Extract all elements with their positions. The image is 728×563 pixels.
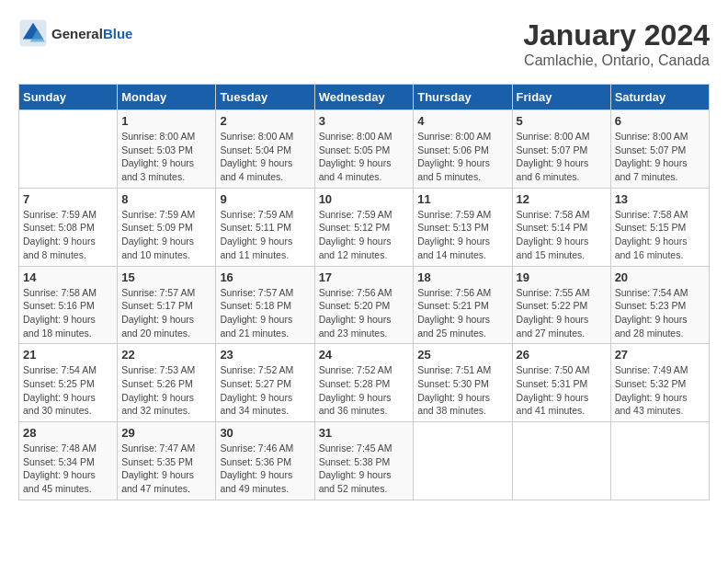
day-info: Sunrise: 7:58 AM Sunset: 5:15 PM Dayligh… [615, 208, 705, 262]
day-number: 23 [220, 348, 310, 362]
day-info: Sunrise: 7:56 AM Sunset: 5:21 PM Dayligh… [417, 286, 507, 340]
header-wednesday: Wednesday [314, 85, 414, 110]
day-info: Sunrise: 7:56 AM Sunset: 5:20 PM Dayligh… [319, 286, 410, 340]
day-number: 20 [615, 270, 705, 284]
calendar-cell: 4Sunrise: 8:00 AM Sunset: 5:06 PM Daylig… [414, 110, 512, 189]
day-info: Sunrise: 8:00 AM Sunset: 5:07 PM Dayligh… [517, 130, 607, 184]
day-number: 9 [220, 192, 310, 206]
day-info: Sunrise: 8:00 AM Sunset: 5:05 PM Dayligh… [319, 130, 410, 184]
day-number: 10 [319, 192, 410, 206]
page-header: GeneralBlue January 2024 Camlachie, Onta… [18, 18, 710, 69]
day-number: 17 [319, 270, 410, 284]
day-number: 19 [517, 270, 607, 284]
header-tuesday: Tuesday [216, 85, 314, 110]
day-info: Sunrise: 7:49 AM Sunset: 5:32 PM Dayligh… [615, 363, 705, 418]
day-number: 3 [319, 114, 410, 128]
day-info: Sunrise: 7:59 AM Sunset: 5:12 PM Dayligh… [319, 208, 410, 262]
day-info: Sunrise: 7:54 AM Sunset: 5:25 PM Dayligh… [23, 363, 113, 418]
calendar-cell: 6Sunrise: 8:00 AM Sunset: 5:07 PM Daylig… [610, 110, 709, 189]
calendar-cell: 29Sunrise: 7:47 AM Sunset: 5:35 PM Dayli… [118, 422, 216, 500]
calendar-cell: 25Sunrise: 7:51 AM Sunset: 5:30 PM Dayli… [414, 344, 512, 422]
calendar-cell: 27Sunrise: 7:49 AM Sunset: 5:32 PM Dayli… [610, 344, 709, 422]
header-saturday: Saturday [610, 85, 709, 110]
day-number: 27 [615, 348, 705, 362]
calendar-week-row: 28Sunrise: 7:48 AM Sunset: 5:34 PM Dayli… [19, 422, 710, 500]
day-number: 8 [121, 192, 211, 206]
calendar-week-row: 7Sunrise: 7:59 AM Sunset: 5:08 PM Daylig… [19, 188, 710, 266]
calendar-week-row: 21Sunrise: 7:54 AM Sunset: 5:25 PM Dayli… [19, 344, 710, 422]
calendar-week-row: 1Sunrise: 8:00 AM Sunset: 5:03 PM Daylig… [19, 110, 710, 189]
day-info: Sunrise: 7:55 AM Sunset: 5:22 PM Dayligh… [517, 286, 607, 340]
day-info: Sunrise: 7:59 AM Sunset: 5:09 PM Dayligh… [121, 208, 211, 262]
day-info: Sunrise: 7:57 AM Sunset: 5:17 PM Dayligh… [121, 286, 211, 340]
logo: GeneralBlue [18, 18, 132, 48]
header-friday: Friday [512, 85, 610, 110]
calendar-cell: 5Sunrise: 8:00 AM Sunset: 5:07 PM Daylig… [512, 110, 610, 189]
calendar-cell: 19Sunrise: 7:55 AM Sunset: 5:22 PM Dayli… [512, 266, 610, 344]
day-info: Sunrise: 7:59 AM Sunset: 5:13 PM Dayligh… [417, 208, 507, 262]
calendar-cell: 15Sunrise: 7:57 AM Sunset: 5:17 PM Dayli… [118, 266, 216, 344]
title-area: January 2024 Camlachie, Ontario, Canada [523, 18, 710, 69]
day-number: 28 [23, 426, 113, 440]
day-number: 26 [517, 348, 607, 362]
day-number: 13 [615, 192, 705, 206]
calendar-cell [19, 110, 118, 189]
day-number: 25 [417, 348, 507, 362]
day-number: 29 [121, 426, 211, 440]
calendar-cell: 3Sunrise: 8:00 AM Sunset: 5:05 PM Daylig… [314, 110, 414, 189]
calendar-cell: 11Sunrise: 7:59 AM Sunset: 5:13 PM Dayli… [414, 188, 512, 266]
calendar-cell [512, 422, 610, 500]
day-number: 21 [23, 348, 113, 362]
logo-general: GeneralBlue [51, 26, 132, 41]
day-info: Sunrise: 7:54 AM Sunset: 5:23 PM Dayligh… [615, 286, 705, 340]
month-title: January 2024 [523, 18, 710, 52]
day-number: 1 [121, 114, 211, 128]
header-monday: Monday [118, 85, 216, 110]
calendar-cell: 17Sunrise: 7:56 AM Sunset: 5:20 PM Dayli… [314, 266, 414, 344]
day-info: Sunrise: 7:45 AM Sunset: 5:38 PM Dayligh… [319, 442, 410, 496]
calendar-cell: 18Sunrise: 7:56 AM Sunset: 5:21 PM Dayli… [414, 266, 512, 344]
calendar-cell: 24Sunrise: 7:52 AM Sunset: 5:28 PM Dayli… [314, 344, 414, 422]
day-number: 4 [417, 114, 507, 128]
calendar-cell: 26Sunrise: 7:50 AM Sunset: 5:31 PM Dayli… [512, 344, 610, 422]
day-number: 7 [23, 192, 113, 206]
day-info: Sunrise: 7:48 AM Sunset: 5:34 PM Dayligh… [23, 442, 113, 496]
calendar-cell: 9Sunrise: 7:59 AM Sunset: 5:11 PM Daylig… [216, 188, 314, 266]
header-thursday: Thursday [414, 85, 512, 110]
calendar-cell: 20Sunrise: 7:54 AM Sunset: 5:23 PM Dayli… [610, 266, 709, 344]
calendar-cell: 28Sunrise: 7:48 AM Sunset: 5:34 PM Dayli… [19, 422, 118, 500]
day-info: Sunrise: 7:51 AM Sunset: 5:30 PM Dayligh… [417, 363, 507, 418]
day-number: 31 [319, 426, 410, 440]
calendar-cell: 30Sunrise: 7:46 AM Sunset: 5:36 PM Dayli… [216, 422, 314, 500]
day-number: 14 [23, 270, 113, 284]
day-info: Sunrise: 7:46 AM Sunset: 5:36 PM Dayligh… [220, 442, 310, 496]
day-info: Sunrise: 7:58 AM Sunset: 5:14 PM Dayligh… [517, 208, 607, 262]
day-number: 22 [121, 348, 211, 362]
calendar-cell: 8Sunrise: 7:59 AM Sunset: 5:09 PM Daylig… [118, 188, 216, 266]
calendar-cell: 23Sunrise: 7:52 AM Sunset: 5:27 PM Dayli… [216, 344, 314, 422]
calendar-cell [414, 422, 512, 500]
calendar-cell: 14Sunrise: 7:58 AM Sunset: 5:16 PM Dayli… [19, 266, 118, 344]
day-info: Sunrise: 7:57 AM Sunset: 5:18 PM Dayligh… [220, 286, 310, 340]
day-info: Sunrise: 7:58 AM Sunset: 5:16 PM Dayligh… [23, 286, 113, 340]
calendar-cell: 31Sunrise: 7:45 AM Sunset: 5:38 PM Dayli… [314, 422, 414, 500]
day-number: 12 [517, 192, 607, 206]
logo-text: GeneralBlue [51, 26, 132, 41]
calendar-cell: 16Sunrise: 7:57 AM Sunset: 5:18 PM Dayli… [216, 266, 314, 344]
day-info: Sunrise: 7:59 AM Sunset: 5:08 PM Dayligh… [23, 208, 113, 262]
logo-icon [18, 18, 48, 48]
day-info: Sunrise: 7:59 AM Sunset: 5:11 PM Dayligh… [220, 208, 310, 262]
calendar-cell: 13Sunrise: 7:58 AM Sunset: 5:15 PM Dayli… [610, 188, 709, 266]
day-number: 24 [319, 348, 410, 362]
day-number: 6 [615, 114, 705, 128]
day-info: Sunrise: 8:00 AM Sunset: 5:06 PM Dayligh… [417, 130, 507, 184]
day-info: Sunrise: 7:50 AM Sunset: 5:31 PM Dayligh… [517, 363, 607, 418]
calendar-header-row: SundayMondayTuesdayWednesdayThursdayFrid… [19, 85, 710, 110]
day-info: Sunrise: 7:52 AM Sunset: 5:27 PM Dayligh… [220, 363, 310, 418]
day-number: 30 [220, 426, 310, 440]
calendar-cell: 10Sunrise: 7:59 AM Sunset: 5:12 PM Dayli… [314, 188, 414, 266]
day-info: Sunrise: 8:00 AM Sunset: 5:04 PM Dayligh… [220, 130, 310, 184]
calendar-cell: 2Sunrise: 8:00 AM Sunset: 5:04 PM Daylig… [216, 110, 314, 189]
day-info: Sunrise: 8:00 AM Sunset: 5:07 PM Dayligh… [615, 130, 705, 184]
location-title: Camlachie, Ontario, Canada [523, 52, 710, 69]
